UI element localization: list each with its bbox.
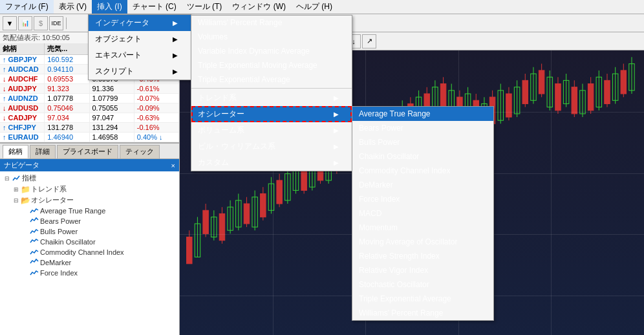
tree-item-bears[interactable]: ○ Bears Power — [3, 216, 177, 226]
tree-item-chaikin[interactable]: ○ Chaikin Oscillator — [3, 237, 177, 247]
tree-item-bears-label: Bears Power — [40, 217, 81, 225]
table-row[interactable]: ↑ AUDNZD 1.07778 1.07799 -0.07% — [0, 94, 179, 103]
tab-detail[interactable]: 詳細 — [30, 145, 56, 158]
cat-custom[interactable]: カスタム ▶ — [191, 155, 352, 171]
change-audnzd: -0.07% — [134, 94, 179, 103]
cat-trend[interactable]: トレンド系 ▶ — [191, 90, 352, 106]
indicator-tea[interactable]: Triple Exponential Average — [191, 72, 352, 87]
indicator-bulls-icon — [30, 227, 39, 236]
tree-trend-label: トレンド系 — [31, 184, 67, 194]
bid-audchf: 0.69553 — [45, 74, 89, 83]
cat-volume[interactable]: ボリューム系 ▶ — [191, 122, 352, 138]
indicator-volumes[interactable]: Volumes — [191, 30, 352, 44]
tree-item-demarker-label: DeMarker — [40, 259, 71, 266]
osc-mao[interactable]: Moving Average of Oscillator — [352, 235, 493, 249]
tab-symbol[interactable]: 銘柄 — [3, 145, 28, 158]
tree-expand-root[interactable]: ⊟ — [3, 174, 12, 183]
table-row[interactable]: ↑ CHFJPY 131.278 131.294 -0.16% — [0, 123, 179, 133]
tree-group-oscillator[interactable]: ⊟ 📂 オシレーター — [3, 195, 177, 206]
chart-diagonal-btn[interactable]: ↗ — [362, 34, 376, 49]
osc-chaikin[interactable]: Chaikin Oscillator — [352, 149, 493, 164]
table-row[interactable]: ↓ AUDUSD 0.75046 0.75055 -0.09% — [0, 103, 179, 113]
osc-atr[interactable]: Average True Range — [352, 107, 493, 121]
tree-item-demarker[interactable]: ○ DeMarker — [3, 257, 177, 268]
indicator-vida[interactable]: Variable Index Dynamic Average — [191, 44, 352, 58]
menu-separator1 — [191, 88, 352, 89]
tree-group-trend[interactable]: ⊞ 📁 トレンド系 — [3, 184, 177, 195]
tree-item-force[interactable]: ○ Force Index — [3, 268, 177, 278]
indicator-williams[interactable]: Williams' Percent Range — [191, 16, 352, 30]
osc-bears[interactable]: Bears Power — [352, 121, 493, 135]
grid-v4 — [551, 50, 552, 335]
menu-item-object[interactable]: オブジェクト ▶ — [89, 31, 191, 47]
osc-stoch[interactable]: Stochastic Oscillator — [352, 277, 493, 292]
menu-item-expert[interactable]: エキスパート ▶ — [89, 47, 191, 63]
bottom-tabs: 銘柄 詳細 プライスボード ティック — [0, 143, 179, 158]
cat-oscillator[interactable]: オシレーター ▶ Average True Range Bears Power … — [191, 106, 352, 122]
tree-item-chaikin-label: Chaikin Oscillator — [40, 238, 96, 246]
folder-trend-icon: 📁 — [21, 185, 30, 194]
cat-custom-arrow: ▶ — [334, 159, 339, 166]
change-audusd: -0.09% — [134, 103, 179, 113]
indicator-chaikin-icon — [30, 237, 39, 246]
menu-view[interactable]: 表示 (V) — [54, 0, 92, 14]
osc-force[interactable]: Force Index — [352, 192, 493, 206]
cat-bill-williams[interactable]: ビル・ウィリアムス系 ▶ — [191, 138, 352, 155]
tree-expand-trend[interactable]: ⊞ — [12, 185, 21, 194]
menu-tools[interactable]: ツール (T) — [182, 0, 228, 14]
bid-audnzd: 1.07778 — [45, 94, 89, 103]
osc-rvi[interactable]: Relative Vigor Index — [352, 263, 493, 277]
osc-momentum[interactable]: Momentum — [352, 221, 493, 235]
navigator-title: ナビゲータ — [4, 160, 39, 170]
tree-item-cci-label: Commodity Channel Index — [40, 248, 124, 256]
change-chfjpy: -0.16% — [134, 123, 179, 132]
navigator-close-btn[interactable]: × — [171, 162, 175, 169]
indicator-submenu: Williams' Percent Range Volumes Variable… — [191, 15, 352, 171]
bid-chfjpy: 131.278 — [45, 123, 89, 132]
menu-item-indicator[interactable]: インディケータ ▶ Williams' Percent Range Volume… — [89, 15, 191, 31]
osc-tea[interactable]: Triple Exponential Average — [352, 292, 493, 306]
menu-bar: ファイル (F) 表示 (V) 挿入 (I) チャート (C) ツール (T) … — [0, 0, 644, 14]
tree-item-force-label: Force Index — [40, 269, 78, 277]
menu-chart[interactable]: チャート (C) — [127, 0, 182, 14]
tree-item-cci[interactable]: ○ Commodity Channel Index — [3, 247, 177, 257]
submenu-arrow-expert: ▶ — [173, 52, 178, 59]
table-row[interactable]: ↓ AUDJPY 91.323 91.336 -0.61% — [0, 84, 179, 94]
tab-priceboard[interactable]: プライスボード — [57, 145, 118, 158]
tree-expand-osc[interactable]: ⊟ — [12, 196, 21, 205]
symbol-euraud: ↑ EURAUD — [0, 133, 45, 142]
osc-cci[interactable]: Commodity Channel Index — [352, 164, 493, 178]
menu-file[interactable]: ファイル (F) — [0, 0, 54, 14]
tree-root-indicators[interactable]: ⊟ 指標 — [3, 173, 177, 184]
toolbar-ide-btn[interactable]: IDE — [49, 16, 63, 30]
table-row[interactable]: ↓ CADJPY 97.034 97.047 -0.63% — [0, 113, 179, 123]
tab-tick[interactable]: ティック — [120, 145, 160, 158]
separator1 — [66, 17, 67, 29]
menu-item-script[interactable]: スクリプト ▶ — [89, 63, 191, 80]
osc-bulls[interactable]: Bulls Power — [352, 135, 493, 149]
table-row[interactable]: ↑ EURAUD 1.46940 1.46958 0.40% ↓ — [0, 133, 179, 142]
ask-cadjpy: 97.047 — [90, 113, 134, 122]
osc-macd[interactable]: MACD — [352, 206, 493, 221]
osc-demarker[interactable]: DeMarker — [352, 178, 493, 192]
menu-insert[interactable]: 挿入 (I) — [92, 0, 127, 14]
oscillator-submenu: Average True Range Bears Power Bulls Pow… — [352, 106, 494, 321]
toolbar-arrow-btn[interactable]: ▼ — [3, 16, 17, 30]
menu-window[interactable]: ウィンドウ (W) — [227, 0, 291, 14]
col-bid: 売気... — [45, 43, 89, 54]
osc-williams[interactable]: Williams' Percent Range — [352, 306, 493, 320]
submenu-arrow-script: ▶ — [173, 68, 178, 75]
osc-rsi[interactable]: Relative Strength Index — [352, 249, 493, 263]
toolbar-dollar-btn[interactable]: $ — [34, 16, 48, 30]
menu-help[interactable]: ヘルプ (H) — [291, 0, 338, 14]
bid-gbpjpy: 160.592 — [45, 55, 89, 64]
insert-menu-dropdown: インディケータ ▶ Williams' Percent Range Volume… — [88, 14, 191, 80]
indicator-tema[interactable]: Triple Exponential Moving Average — [191, 58, 352, 72]
tree-item-bulls[interactable]: ○ Bulls Power — [3, 226, 177, 237]
ask-chfjpy: 131.294 — [90, 123, 134, 132]
toolbar-chart-btn[interactable]: 📊 — [18, 16, 32, 30]
cat-oscillator-arrow: ▶ — [334, 111, 339, 118]
cat-trend-arrow: ▶ — [334, 94, 339, 102]
tree-item-atr[interactable]: ○ Average True Range — [3, 206, 177, 216]
ask-euraud: 1.46958 — [90, 133, 134, 142]
